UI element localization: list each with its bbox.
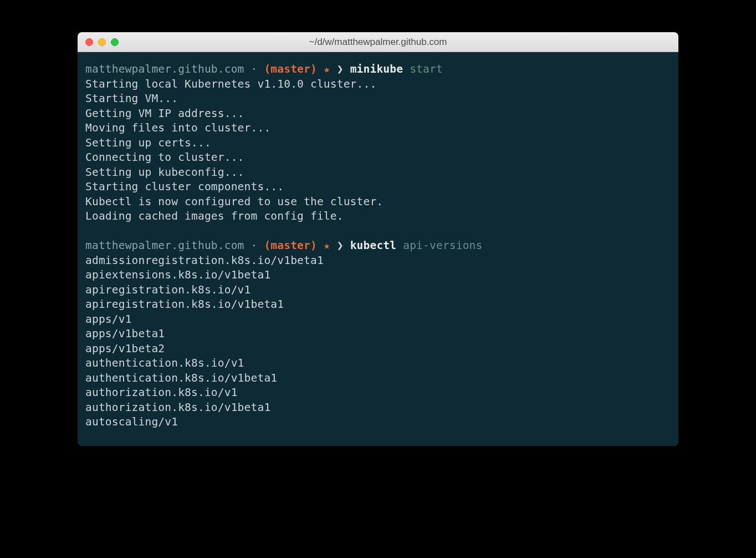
output-line: Kubectl is now configured to use the clu…	[85, 195, 671, 210]
output-line: authorization.k8s.io/v1beta1	[85, 400, 671, 415]
prompt-caret: ❯	[337, 63, 350, 75]
prompt-line: matthewpalmer.github.com · (master) ★ ❯ …	[85, 62, 671, 77]
output-line: apps/v1beta1	[85, 327, 671, 342]
command-name: minikube	[350, 63, 403, 75]
zoom-icon[interactable]	[111, 38, 119, 46]
prompt-branch: (master)	[264, 239, 317, 252]
terminal-body[interactable]: matthewpalmer.github.com · (master) ★ ❯ …	[78, 52, 678, 446]
output-line: apiregistration.k8s.io/v1beta1	[85, 297, 671, 312]
output-line: authorization.k8s.io/v1	[85, 385, 671, 400]
output-line: authentication.k8s.io/v1	[85, 356, 671, 371]
output-line: apiregistration.k8s.io/v1	[85, 283, 671, 298]
prompt-separator: ·	[244, 239, 264, 252]
star-icon: ★	[317, 239, 337, 252]
command-name: kubectl	[350, 239, 397, 252]
prompt-path: matthewpalmer.github.com	[85, 63, 244, 75]
prompt-path: matthewpalmer.github.com	[85, 239, 244, 252]
output-line: Starting cluster components...	[85, 180, 671, 195]
output-line: Setting up kubeconfig...	[85, 165, 671, 180]
window-title: ~/d/w/matthewpalmer.github.com	[78, 37, 678, 48]
output-line: Moving files into cluster...	[85, 121, 671, 136]
prompt-separator: ·	[244, 63, 264, 75]
close-icon[interactable]	[85, 38, 93, 46]
traffic-lights	[78, 38, 119, 46]
output-line: admissionregistration.k8s.io/v1beta1	[85, 253, 671, 268]
star-icon: ★	[317, 63, 337, 75]
output-line: apiextensions.k8s.io/v1beta1	[85, 268, 671, 283]
output-line: authentication.k8s.io/v1beta1	[85, 371, 671, 386]
prompt-branch: (master)	[264, 63, 317, 75]
output-line: autoscaling/v1	[85, 415, 671, 430]
output-line: apps/v1beta2	[85, 342, 671, 357]
command-arg: api-versions	[403, 239, 482, 252]
titlebar[interactable]: ~/d/w/matthewpalmer.github.com	[78, 32, 678, 52]
prompt-line: matthewpalmer.github.com · (master) ★ ❯ …	[85, 239, 671, 253]
output-line: Connecting to cluster...	[85, 150, 671, 165]
output-line: Starting VM...	[85, 92, 671, 106]
command-arg: start	[410, 63, 443, 75]
output-line: Getting VM IP address...	[85, 106, 671, 121]
output-line: Setting up certs...	[85, 136, 671, 151]
output-line: apps/v1	[85, 312, 671, 327]
output-line: Starting local Kubernetes v1.10.0 cluste…	[85, 77, 671, 92]
terminal-window: ~/d/w/matthewpalmer.github.com matthewpa…	[78, 32, 678, 446]
minimize-icon[interactable]	[98, 38, 106, 46]
prompt-caret: ❯	[337, 239, 350, 252]
output-line: Loading cached images from config file.	[85, 209, 671, 224]
blank-line	[85, 224, 671, 239]
